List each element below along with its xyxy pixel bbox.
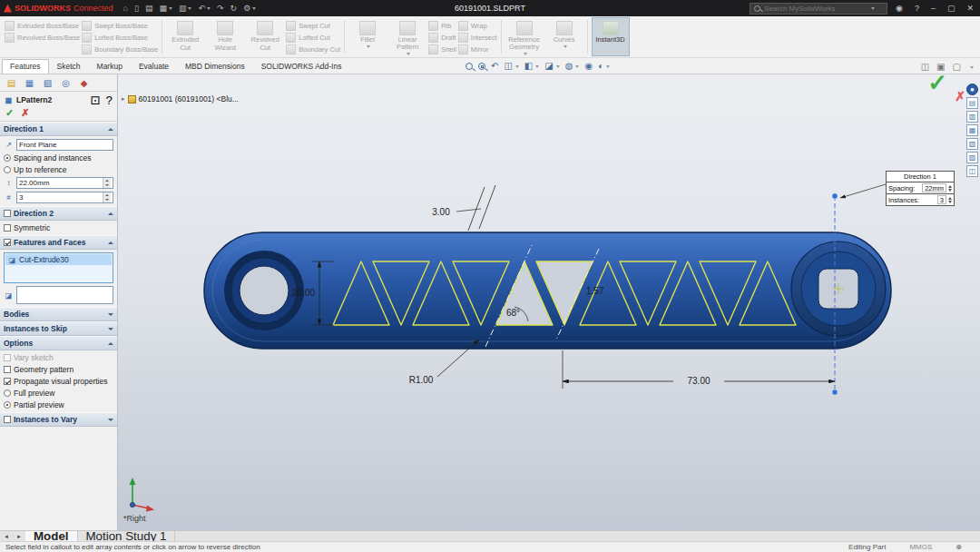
resources-button[interactable]: ▤ bbox=[966, 97, 978, 109]
tab-evaluate[interactable]: Evaluate bbox=[131, 59, 177, 74]
dimension-gap[interactable]: 1.57 bbox=[586, 286, 604, 296]
zoom-to-fit-button[interactable] bbox=[465, 60, 474, 73]
tab-scroll-right-button[interactable]: ▸ bbox=[13, 531, 25, 541]
wrap-button[interactable]: Wrap bbox=[458, 20, 497, 31]
pm-help-button[interactable]: ? bbox=[105, 94, 113, 106]
direction1-reference-field[interactable]: Front Plane bbox=[16, 139, 113, 151]
3dexperience-button[interactable]: ● bbox=[966, 84, 978, 95]
spacing-instances-option[interactable]: Spacing and instances bbox=[4, 153, 113, 163]
direction1-section-header[interactable]: Direction 1 bbox=[0, 122, 117, 136]
curves-button[interactable]: Curves bbox=[545, 17, 583, 56]
hide-show-items-button[interactable]: ◍ bbox=[564, 60, 581, 73]
geometry-pattern-checkbox[interactable] bbox=[4, 366, 11, 373]
units-label[interactable]: MMGS bbox=[909, 543, 932, 551]
section-view-button[interactable]: ◫ bbox=[503, 60, 519, 73]
model-tab[interactable]: Model bbox=[25, 531, 78, 541]
tab-scroll-left-button[interactable]: ◂ bbox=[0, 531, 13, 541]
list-item[interactable]: ◪ Cut-Extrude30 bbox=[5, 254, 112, 265]
redo-button[interactable]: ↷ bbox=[214, 1, 227, 15]
user-account-button[interactable]: ◉ bbox=[892, 4, 906, 13]
extruded-cut-button[interactable]: Extruded Cut bbox=[166, 17, 204, 56]
lofted-boss-button[interactable]: Lofted Boss/Base bbox=[82, 32, 158, 43]
dimension-length[interactable]: 73.00 bbox=[687, 376, 710, 386]
linear-pattern-button[interactable]: Linear Pattern bbox=[388, 17, 426, 56]
up-to-reference-radio[interactable] bbox=[4, 166, 11, 173]
spacing-input[interactable]: 22.00mm bbox=[16, 177, 113, 189]
direction2-checkbox[interactable] bbox=[4, 210, 11, 217]
vary-sketch-option[interactable]: Vary sketch bbox=[4, 353, 113, 362]
rib-button[interactable]: Rib bbox=[428, 20, 456, 31]
geometry-pattern-option[interactable]: Geometry pattern bbox=[4, 365, 113, 374]
view-palette-button[interactable]: ▧ bbox=[966, 138, 978, 150]
property-manager-tab[interactable]: ▦ bbox=[22, 76, 37, 89]
print-button[interactable]: ▥ bbox=[176, 1, 195, 15]
callout-spacing-stepper[interactable] bbox=[948, 185, 952, 192]
callout-instances-value[interactable]: 3 bbox=[937, 195, 946, 204]
swept-boss-button[interactable]: Swept Boss/Base bbox=[82, 20, 158, 31]
instances-to-vary-section-header[interactable]: Instances to Vary bbox=[0, 412, 117, 427]
partial-preview-radio[interactable] bbox=[4, 401, 11, 409]
shell-button[interactable]: Shell bbox=[428, 44, 456, 54]
maximize-button[interactable]: ▢ bbox=[944, 4, 959, 13]
edit-appearance-button[interactable]: ◉ bbox=[583, 60, 593, 73]
instant3d-button[interactable]: Instant3D bbox=[592, 17, 630, 56]
spacing-instances-radio[interactable] bbox=[4, 154, 11, 162]
full-preview-radio[interactable] bbox=[4, 389, 11, 397]
graphics-area[interactable]: 3.00 20.00 68° 1.57 R1.00 73.00 ▸ bbox=[118, 74, 980, 530]
symmetric-option[interactable]: Symmetric bbox=[4, 223, 113, 232]
direction-endpoint[interactable] bbox=[832, 389, 838, 395]
extruded-boss-button[interactable]: Extruded Boss/Base bbox=[5, 20, 80, 31]
display-style-button[interactable]: ◪ bbox=[544, 60, 560, 73]
options-section-header[interactable]: Options bbox=[0, 336, 117, 350]
file-explorer-button[interactable]: ▦ bbox=[966, 124, 978, 136]
tab-mbd-dimensions[interactable]: MBD Dimensions bbox=[177, 59, 253, 74]
part-tree-root-label[interactable]: 60191001 (60191001) <Blu... bbox=[139, 94, 239, 104]
features-faces-section-header[interactable]: Features and Faces bbox=[0, 235, 117, 250]
configuration-manager-tab[interactable]: ▧ bbox=[40, 76, 55, 89]
intersect-button[interactable]: Intersect bbox=[458, 32, 497, 43]
custom-properties-button[interactable]: ◫ bbox=[966, 165, 978, 177]
vary-sketch-checkbox[interactable] bbox=[4, 354, 11, 361]
revolved-boss-button[interactable]: Revolved Boss/Base bbox=[5, 32, 80, 43]
up-to-reference-option[interactable]: Up to reference bbox=[4, 165, 113, 174]
boundary-cut-button[interactable]: Boundary Cut bbox=[286, 44, 340, 54]
revolved-cut-button[interactable]: Revolved Cut bbox=[246, 17, 284, 56]
save-button[interactable]: ▦ bbox=[156, 1, 175, 15]
search-input[interactable] bbox=[764, 5, 866, 13]
lofted-cut-button[interactable]: Lofted Cut bbox=[286, 32, 340, 43]
direction-endpoint[interactable] bbox=[832, 193, 838, 199]
full-preview-option[interactable]: Full preview bbox=[4, 389, 113, 398]
dimension-height[interactable]: 20.00 bbox=[292, 288, 315, 298]
instances-input[interactable]: 3 bbox=[16, 192, 113, 203]
ok-button[interactable]: ✓ bbox=[5, 107, 14, 119]
dimxpert-manager-tab[interactable]: ◎ bbox=[58, 76, 74, 89]
left-hole[interactable] bbox=[240, 266, 289, 315]
features-faces-checkbox[interactable] bbox=[4, 239, 11, 246]
dimension-spacing[interactable]: 3.00 bbox=[432, 207, 450, 217]
pane-display-button[interactable]: ▣ bbox=[936, 61, 946, 74]
direction1-callout[interactable]: Direction 1 Spacing: 22mm Instances: 3 bbox=[886, 171, 955, 206]
minimize-button[interactable]: – bbox=[927, 4, 939, 13]
tab-markup[interactable]: Markup bbox=[89, 59, 131, 74]
design-library-button[interactable]: ▥ bbox=[966, 111, 978, 123]
tab-features[interactable]: Features bbox=[2, 59, 49, 74]
instances-stepper[interactable] bbox=[103, 192, 111, 202]
previous-view-button[interactable]: ↶ bbox=[490, 60, 499, 73]
mirror-button[interactable]: Mirror bbox=[458, 44, 497, 54]
feature-manager-tab[interactable]: ▤ bbox=[4, 76, 19, 89]
reference-geometry-button[interactable]: Reference Geometry bbox=[505, 17, 544, 56]
view-settings-button[interactable]: ◐ bbox=[597, 60, 611, 73]
hole-wizard-button[interactable]: Hole Wizard bbox=[206, 17, 244, 56]
new-document-button[interactable]: ▯ bbox=[132, 1, 142, 15]
options-button[interactable]: ⚙ bbox=[240, 1, 259, 15]
feedback-button[interactable]: ⊡ bbox=[89, 94, 101, 106]
display-manager-tab[interactable]: ◆ bbox=[76, 76, 92, 89]
callout-instances-row[interactable]: Instances: 3 bbox=[886, 194, 955, 206]
callout-spacing-value[interactable]: 22mm bbox=[922, 183, 946, 192]
faces-to-pattern-list[interactable] bbox=[16, 286, 113, 304]
undo-button[interactable]: ↶ bbox=[195, 1, 213, 15]
propagate-visual-option[interactable]: Propagate visual properties bbox=[4, 377, 113, 386]
boundary-boss-button[interactable]: Boundary Boss/Base bbox=[82, 44, 158, 54]
callout-instances-stepper[interactable] bbox=[948, 197, 952, 203]
help-button[interactable]: ? bbox=[911, 4, 923, 13]
